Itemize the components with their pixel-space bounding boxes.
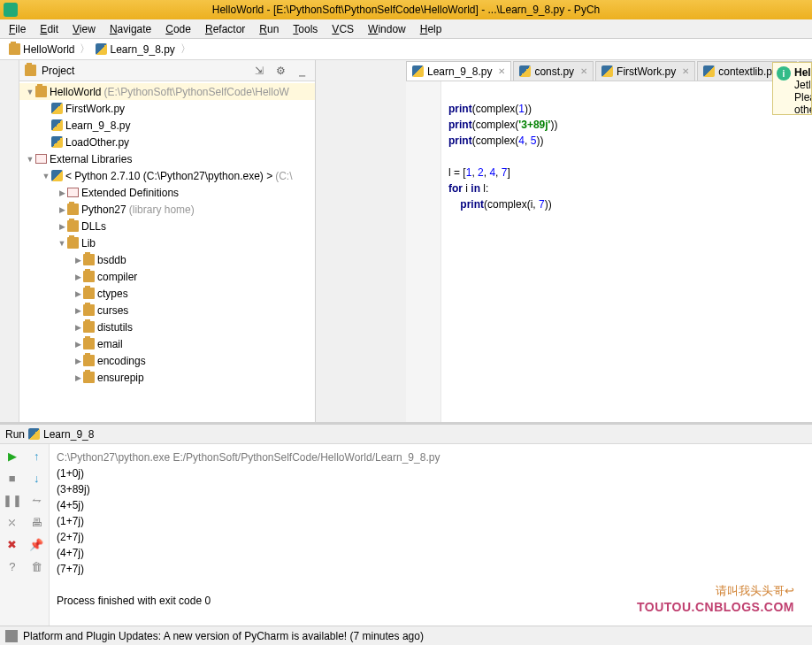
tree-row[interactable]: ▼HelloWorld(E:\PythonSoft\PythonSelfCode…: [19, 83, 315, 100]
menu-view[interactable]: View: [67, 21, 101, 37]
menu-refactor[interactable]: Refactor: [200, 21, 250, 37]
editor-tabs: Learn_9_8.py✕const.py✕FirstWork.py✕conte…: [406, 60, 812, 81]
folder-icon: [83, 321, 95, 333]
main-area: Project ⇲ ⚙ ⎯ ▼HelloWorld(E:\PythonSoft\…: [0, 60, 812, 422]
editor-tab[interactable]: FirstWork.py✕: [595, 61, 695, 81]
editor-area: Learn_9_8.py✕const.py✕FirstWork.py✕conte…: [406, 60, 812, 422]
menu-vcs[interactable]: VCS: [326, 21, 359, 37]
output-line: (3+89j): [57, 481, 805, 497]
tree-row[interactable]: ▼External Libraries: [19, 150, 315, 167]
tab-close-icon[interactable]: ✕: [580, 66, 587, 76]
py-icon: [51, 170, 63, 181]
tree-row[interactable]: Learn_9_8.py: [19, 117, 315, 134]
folder-icon: [83, 271, 95, 282]
up-icon[interactable]: ↑: [34, 449, 40, 463]
folder-icon: [67, 203, 79, 215]
tree-row[interactable]: ▶compiler: [19, 268, 315, 285]
tree-row[interactable]: ▶encodings: [19, 352, 315, 369]
breadcrumb-item[interactable]: HelloWorld: [5, 42, 78, 57]
tree-row[interactable]: FirstWork.py: [19, 100, 315, 117]
tree-row[interactable]: ▶Extended Definitions: [19, 184, 315, 201]
tree-arrow-icon[interactable]: ▼: [25, 155, 35, 164]
code-editor[interactable]: print(complex(1))print(complex('3+89j'))…: [406, 81, 812, 422]
tree-row[interactable]: ▼Lib: [19, 234, 315, 251]
tree-arrow-icon[interactable]: ▶: [73, 373, 83, 382]
rerun-icon[interactable]: ▶: [8, 449, 17, 463]
python-icon: [28, 428, 40, 440]
print-icon[interactable]: 🖶: [31, 516, 42, 529]
tree-arrow-icon[interactable]: ▶: [73, 340, 83, 349]
folder-icon: [9, 43, 20, 55]
pin-icon[interactable]: 📌: [29, 538, 43, 551]
tree-arrow-icon[interactable]: ▶: [57, 188, 67, 197]
tree-arrow-icon[interactable]: ▼: [57, 239, 67, 248]
menu-code[interactable]: Code: [160, 21, 196, 37]
run-label: Run: [5, 428, 25, 441]
editor-tab[interactable]: const.py✕: [513, 61, 594, 81]
hide-icon[interactable]: ⎯: [294, 63, 310, 79]
tree-arrow-icon[interactable]: ▶: [73, 273, 83, 281]
tree-arrow-icon[interactable]: ▶: [73, 289, 83, 298]
tab-close-icon[interactable]: ✕: [682, 66, 689, 76]
output-line: (4+5j): [57, 497, 805, 513]
menu-tools[interactable]: Tools: [287, 21, 323, 37]
menu-help[interactable]: Help: [415, 21, 448, 37]
down-icon[interactable]: ↓: [34, 472, 40, 485]
trash-icon[interactable]: 🗑: [31, 560, 42, 573]
tree-arrow-icon[interactable]: ▶: [73, 306, 83, 315]
menu-file[interactable]: File: [4, 21, 31, 37]
tree-row[interactable]: ▶ctypes: [19, 285, 315, 302]
tree-arrow-icon[interactable]: ▶: [57, 205, 67, 214]
menu-navigate[interactable]: Navigate: [104, 21, 157, 37]
window-titlebar: HelloWorld - [E:\PythonSoft\PythonSelfCo…: [0, 0, 812, 19]
status-icon[interactable]: [5, 630, 18, 642]
stop-icon[interactable]: ■: [9, 472, 16, 485]
breadcrumb: HelloWorld〉Learn_9_8.py〉: [0, 39, 812, 60]
tree-row[interactable]: ▶bsddb: [19, 251, 315, 268]
tree-arrow-icon[interactable]: ▶: [73, 323, 83, 332]
tree-arrow-icon[interactable]: ▶: [57, 222, 67, 231]
tree-row[interactable]: ▶DLLs: [19, 218, 315, 234]
py-icon: [51, 119, 63, 131]
output-line: (4+7j): [57, 545, 805, 561]
tree-row[interactable]: ▶email: [19, 335, 315, 352]
status-bar: Platform and Plugin Updates: A new versi…: [0, 626, 812, 645]
breadcrumb-item[interactable]: Learn_9_8.py: [92, 42, 178, 57]
project-tree[interactable]: ▼HelloWorld(E:\PythonSoft\PythonSelfCode…: [19, 81, 315, 422]
tab-close-icon[interactable]: ✕: [498, 66, 505, 76]
tree-row[interactable]: ▼< Python 2.7.10 (C:\Python27\python.exe…: [19, 167, 315, 184]
project-header: Project ⇲ ⚙ ⎯: [19, 60, 315, 81]
tree-arrow-icon[interactable]: ▶: [73, 256, 83, 265]
app-icon: [4, 3, 18, 17]
menu-edit[interactable]: Edit: [34, 21, 64, 37]
tree-row[interactable]: ▶curses: [19, 302, 315, 319]
python-icon: [412, 65, 424, 77]
folder-icon: [83, 254, 95, 265]
python-icon: [519, 65, 531, 77]
code-text[interactable]: print(complex(1))print(complex('3+89j'))…: [441, 81, 564, 422]
collapse-icon[interactable]: ⇲: [251, 63, 267, 79]
tree-row[interactable]: ▶Python27(library home): [19, 201, 315, 218]
notification-balloon[interactable]: i Help Jetl Plea othe: [772, 62, 812, 115]
folder-icon: [83, 304, 95, 316]
menu-window[interactable]: Window: [363, 21, 411, 37]
run-header: Run Learn_9_8: [0, 425, 812, 444]
tree-row[interactable]: ▶ensurepip: [19, 369, 315, 386]
menu-run[interactable]: Run: [254, 21, 284, 37]
run-command: C:\Python27\python.exe E:/PythonSoft/Pyt…: [57, 449, 805, 465]
tree-arrow-icon[interactable]: ▼: [41, 172, 51, 180]
tree-row[interactable]: ▶distutils: [19, 319, 315, 335]
watermark: 请叫我头头哥↩ TOUTOU.CNBLOGS.COM: [637, 583, 794, 615]
exit-icon[interactable]: ⤫: [7, 516, 17, 529]
wrap-icon[interactable]: ⥊: [32, 494, 42, 507]
tree-row[interactable]: LoadOther.py: [19, 134, 315, 150]
run-config-name: Learn_9_8: [43, 428, 94, 441]
tree-arrow-icon[interactable]: ▶: [73, 357, 83, 365]
pause-icon[interactable]: ❚❚: [3, 494, 22, 507]
editor-tab[interactable]: Learn_9_8.py✕: [406, 61, 511, 81]
gear-icon[interactable]: ⚙: [272, 63, 288, 79]
help-icon[interactable]: ?: [9, 560, 15, 573]
close-icon[interactable]: ✖: [7, 538, 17, 551]
run-output[interactable]: C:\Python27\python.exe E:/PythonSoft/Pyt…: [50, 444, 812, 626]
tree-arrow-icon[interactable]: ▼: [25, 88, 35, 96]
